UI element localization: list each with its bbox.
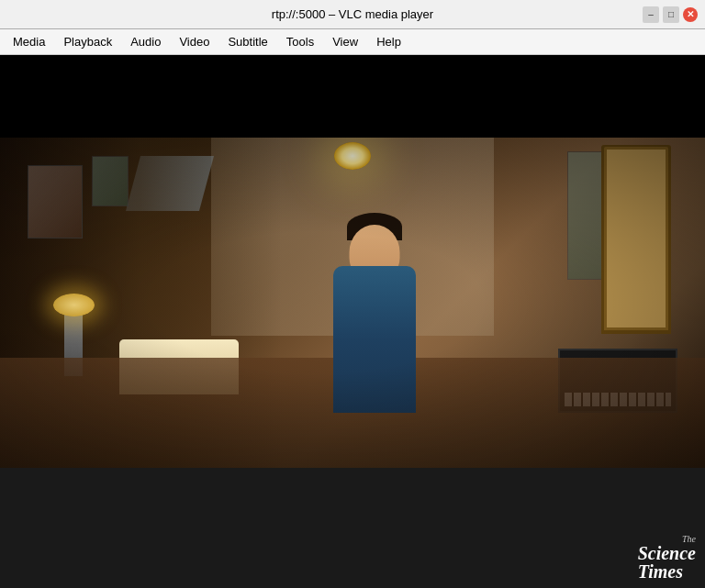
menu-help[interactable]: Help <box>367 31 410 52</box>
minimize-button[interactable]: – <box>643 6 659 23</box>
title-bar: rtp://:5000 – VLC media player – □ ✕ <box>0 0 705 29</box>
window-title: rtp://:5000 – VLC media player <box>62 7 643 21</box>
vignette-overlay <box>0 138 705 468</box>
close-button[interactable]: ✕ <box>683 7 698 22</box>
watermark-sciencetimes: Science Times <box>638 544 696 581</box>
video-area[interactable] <box>0 138 705 468</box>
menu-bar: Media Playback Audio Video Subtitle Tool… <box>0 29 705 55</box>
menu-video[interactable]: Video <box>170 31 218 52</box>
menu-media[interactable]: Media <box>4 31 54 52</box>
menu-view[interactable]: View <box>323 31 367 52</box>
watermark-times: Times <box>638 561 683 582</box>
top-letterbox <box>0 55 705 138</box>
menu-audio[interactable]: Audio <box>121 31 170 52</box>
bottom-letterbox: The Science Times <box>0 468 705 588</box>
menu-tools[interactable]: Tools <box>277 31 323 52</box>
watermark: The Science Times <box>638 534 696 581</box>
video-scene <box>0 138 705 468</box>
main-content: The Science Times <box>0 55 705 588</box>
maximize-button[interactable]: □ <box>663 6 679 23</box>
menu-playback[interactable]: Playback <box>54 31 121 52</box>
window-controls: – □ ✕ <box>643 6 698 23</box>
watermark-science: Science <box>638 543 696 563</box>
menu-subtitle[interactable]: Subtitle <box>218 31 276 52</box>
